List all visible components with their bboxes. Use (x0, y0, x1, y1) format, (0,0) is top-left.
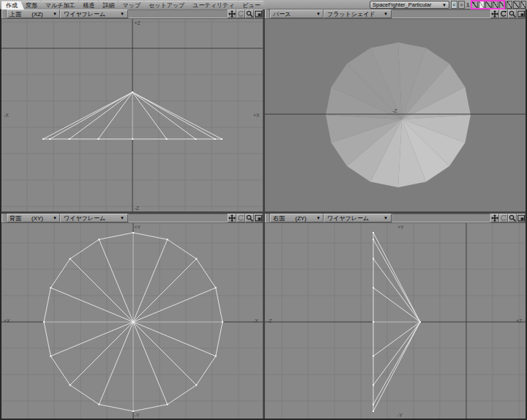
viewport-back-canvas[interactable]: +X-X+Y-Y (1, 223, 263, 419)
header-grip[interactable] (265, 10, 270, 18)
chevron-down-icon: ▼ (53, 12, 57, 16)
tab-create[interactable]: 作成 (1, 1, 24, 10)
view-type-label: 上面 (10, 10, 21, 18)
tab-multiply[interactable]: マルチ加工 (41, 1, 82, 10)
viewport-perspective: パース ▼ フラットシェイド ▼ -Z (265, 10, 526, 211)
object-selector-dropdown[interactable]: SpaceFighter_Particular ▼ (370, 1, 449, 9)
viewport-back: 背面 (XY) ▼ ワイヤフレーム ▼ +X-X+Y-Y (1, 214, 263, 419)
viewport-right-canvas[interactable]: -Z+Z+Y-Y (265, 223, 526, 419)
view-type-dropdown[interactable]: パース ▼ (270, 10, 324, 18)
svg-text:-Y: -Y (397, 413, 403, 418)
view-axis-label: (XY) (31, 215, 43, 222)
header-grip[interactable] (1, 10, 7, 18)
zoom-button[interactable] (508, 10, 517, 18)
lightwave-modeler-window: 作成 変形 マルチ加工 構造 詳細 マップ セットアップ ユーティリティ ビュー… (0, 0, 527, 420)
svg-text:+X: +X (253, 113, 260, 118)
pan-icon (228, 10, 236, 18)
viewport-top: 上面 (XZ) ▼ ワイヤフレーム ▼ -X+X+Z-Z (1, 10, 263, 211)
svg-text:-X: -X (4, 113, 9, 118)
pan-button[interactable] (490, 10, 499, 18)
maximize-button[interactable] (254, 214, 263, 222)
layer-button-8[interactable] (520, 1, 527, 9)
zoom-button[interactable] (245, 214, 254, 222)
chevron-down-icon: ▼ (442, 3, 446, 7)
view-axis-label: (XZ) (31, 11, 43, 18)
viewport-back-header: 背面 (XY) ▼ ワイヤフレーム ▼ (1, 214, 263, 223)
layer-bank-next-button[interactable]: > (458, 1, 465, 9)
render-mode-dropdown[interactable]: ワイヤフレーム ▼ (60, 10, 128, 18)
render-mode-dropdown[interactable]: ワイヤフレーム ▼ (60, 214, 128, 222)
top-menu-bar: 作成 変形 マルチ加工 構造 詳細 マップ セットアップ ユーティリティ ビュー… (0, 0, 527, 10)
tab-detail[interactable]: 詳細 (99, 1, 122, 10)
layer-button-6[interactable] (507, 1, 513, 9)
pan-button[interactable] (490, 214, 499, 222)
tab-modify[interactable]: 変形 (21, 1, 44, 10)
svg-text:+X: +X (4, 318, 10, 323)
layer-button-2[interactable] (479, 1, 485, 9)
tab-setup[interactable]: セットアップ (144, 1, 191, 10)
chevron-down-icon: ▼ (120, 12, 124, 16)
rotate-icon (237, 10, 244, 18)
layer-button-3[interactable] (485, 1, 492, 9)
rotate-icon (237, 214, 244, 222)
chevron-down-icon: ▼ (316, 12, 321, 16)
layer-bank-prev-button[interactable]: < (451, 1, 457, 9)
viewport-top-header: 上面 (XZ) ▼ ワイヤフレーム ▼ (1, 10, 263, 19)
maximize-button[interactable] (517, 214, 526, 222)
chevron-down-icon: ▼ (384, 216, 388, 220)
magnifier-icon (509, 214, 516, 222)
rotate-button[interactable] (236, 10, 245, 18)
menu-tabs: 作成 変形 マルチ加工 構造 詳細 マップ セットアップ ユーティリティ ビュー (1, 1, 264, 10)
viewport-title-bar (129, 214, 227, 222)
pan-icon (491, 214, 498, 222)
maximize-button[interactable] (517, 10, 526, 18)
tab-utilities[interactable]: ユーティリティ (188, 1, 241, 10)
view-type-dropdown[interactable]: 上面 (XZ) ▼ (7, 10, 60, 18)
view-type-dropdown[interactable]: 右面 (ZY) ▼ (270, 214, 324, 222)
viewport-top-canvas[interactable]: -X+X+Z-Z (1, 19, 263, 211)
svg-text:+Z: +Z (516, 318, 523, 323)
svg-text:-Y: -Y (135, 413, 140, 418)
maximize-button[interactable] (254, 10, 263, 18)
rotate-button[interactable] (499, 10, 508, 18)
viewport-perspective-canvas[interactable]: -Z (265, 19, 526, 211)
layer-bank-number: 1 (466, 1, 469, 8)
pan-icon (491, 10, 498, 18)
pan-button[interactable] (228, 214, 236, 222)
viewport-splitter-vertical[interactable] (263, 10, 265, 419)
view-type-dropdown[interactable]: 背面 (XY) ▼ (7, 214, 60, 222)
render-mode-label: ワイヤフレーム (327, 214, 369, 222)
rotate-icon (500, 10, 507, 18)
layer-button-7[interactable] (513, 1, 520, 9)
layer-button-4[interactable] (493, 1, 499, 9)
render-mode-label: フラットシェイド (327, 10, 375, 18)
tab-view[interactable]: ビュー (238, 1, 266, 10)
header-grip[interactable] (265, 214, 270, 222)
pan-button[interactable] (228, 10, 236, 18)
viewport-splitter-horizontal[interactable] (1, 211, 526, 214)
chevron-down-icon: ▼ (53, 216, 57, 220)
render-mode-dropdown[interactable]: ワイヤフレーム ▼ (324, 214, 392, 222)
svg-text:+Z: +Z (135, 20, 141, 26)
svg-text:-Z: -Z (135, 206, 140, 211)
viewport-right: 右面 (ZY) ▼ ワイヤフレーム ▼ -Z+Z+Y-Y (265, 214, 526, 419)
layer-button-5[interactable] (499, 1, 506, 9)
maximize-icon (255, 10, 262, 18)
rotate-button[interactable] (499, 214, 508, 222)
render-mode-dropdown[interactable]: フラットシェイド ▼ (324, 10, 392, 18)
render-mode-label: ワイヤフレーム (64, 10, 105, 18)
view-type-label: パース (273, 10, 291, 18)
header-grip[interactable] (1, 214, 7, 222)
layer-button-1[interactable] (471, 1, 478, 9)
zoom-button[interactable] (508, 214, 517, 222)
viewport-title-bar (392, 214, 490, 222)
chevron-down-icon: ▼ (384, 12, 388, 16)
svg-text:-Z: -Z (392, 108, 397, 113)
tab-construct[interactable]: 構造 (79, 1, 102, 10)
tab-map[interactable]: マップ (119, 1, 148, 10)
zoom-button[interactable] (245, 10, 254, 18)
viewport-perspective-header: パース ▼ フラットシェイド ▼ (265, 10, 526, 19)
chevron-down-icon: ▼ (120, 216, 124, 220)
rotate-button[interactable] (236, 214, 245, 222)
maximize-icon (517, 10, 525, 18)
